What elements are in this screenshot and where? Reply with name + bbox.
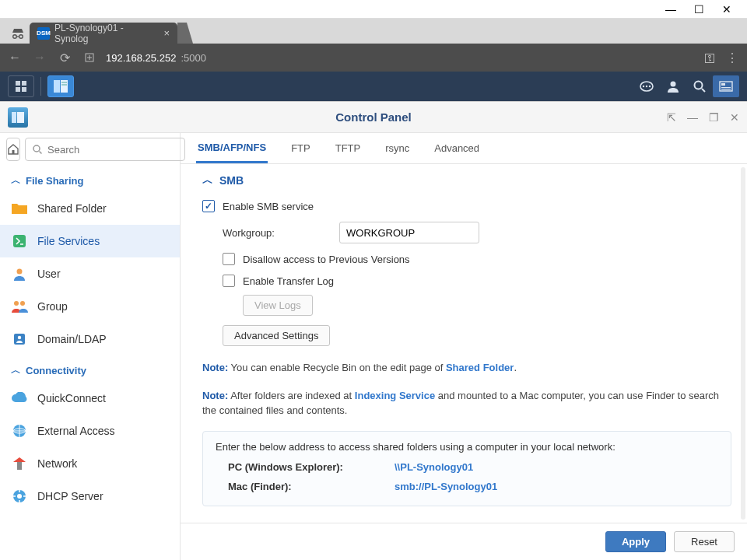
shared-folder-link[interactable]: Shared Folder [446,362,514,373]
user-icon [11,265,28,282]
svg-point-24 [33,145,40,152]
user-icon[interactable] [660,75,686,97]
svg-point-28 [20,301,25,306]
dsm-menubar [0,72,747,101]
search-field[interactable] [25,138,185,161]
sidebar-item-label: Network [37,457,77,470]
sidebar-item-external-access[interactable]: External Access [0,415,180,447]
search-input[interactable] [47,144,178,156]
checkbox-disallow-prev[interactable] [223,253,235,265]
svg-rect-19 [721,87,731,88]
tab-close-icon[interactable]: × [163,27,170,39]
svg-rect-18 [721,83,725,86]
window-title: Control Panel [0,110,747,124]
saved-password-icon[interactable]: ⚿ [704,51,716,65]
os-titlebar: — ☐ ✕ [0,0,747,19]
infobox-value: \\PL-Synology01 [395,461,473,473]
os-minimize-button[interactable]: — [657,0,685,19]
tab-smb-afp-nfs[interactable]: SMB/AFP/NFS [196,134,268,163]
widgets-icon[interactable] [713,75,739,97]
enable-smb-checkbox-row[interactable]: Enable SMB service [202,195,731,217]
tab-advanced[interactable]: Advanced [433,135,481,162]
taskbar-control-panel[interactable] [47,75,74,97]
file-services-icon [11,233,28,250]
sidebar-item-dhcp-server[interactable]: DHCP Server [0,480,180,513]
tab-rsync[interactable]: rsync [384,135,411,162]
svg-point-35 [17,494,22,499]
section-heading: SMB [219,174,244,187]
dsm-main-menu-button[interactable] [8,75,34,97]
browser-menu-button[interactable]: ⋮ [724,51,741,65]
os-close-button[interactable]: ✕ [713,0,741,19]
svg-rect-22 [17,112,24,123]
window-maximize-icon[interactable]: ❐ [709,111,719,124]
search-icon [32,144,43,155]
back-button[interactable]: ← [6,51,23,65]
checkbox-label: Enable Transfer Log [243,275,334,287]
svg-point-26 [17,269,23,275]
note-text: You can enable Recycle Bin on the edit p… [231,362,446,373]
browser-tab-strip: DSM PL-Synology01 - Synolog × [0,19,747,44]
reload-button[interactable]: ⟳ [56,51,73,65]
checkbox-label: Enable SMB service [223,201,314,212]
note-indexing: Note: After folders are indexed at Index… [202,382,731,425]
site-info-icon[interactable] [81,52,98,63]
note-text: After folders are indexed at [230,390,355,401]
sidebar-item-quickconnect[interactable]: QuickConnect [0,382,180,415]
section-afp-header[interactable]: ﹀ AFP [202,511,731,523]
window-minimize-icon[interactable]: — [687,111,698,124]
section-connectivity[interactable]: ︿ Connectivity [0,355,180,382]
sidebar-item-file-services[interactable]: File Services [0,225,180,257]
view-logs-button[interactable]: View Logs [243,295,313,316]
window-pin-icon[interactable]: ⇱ [667,111,676,124]
infobox-key: Mac (Finder): [216,481,395,492]
note-label: Note: [202,362,228,373]
apply-button[interactable]: Apply [605,531,666,552]
svg-point-30 [18,336,21,339]
sidebar-item-domain-ldap[interactable]: Domain/LDAP [0,323,180,355]
window-close-icon[interactable]: ✕ [730,111,739,124]
sidebar-item-label: Shared Folder [37,202,107,215]
browser-tab[interactable]: DSM PL-Synology01 - Synolog × [30,23,177,44]
note-recycle-bin: Note: You can enable Recycle Bin on the … [202,354,731,382]
search-icon[interactable] [686,75,713,97]
sidebar-item-shared-folder[interactable]: Shared Folder [0,192,180,225]
access-address-infobox: Enter the below address to access shared… [202,431,731,506]
svg-rect-9 [61,82,67,83]
checkbox-transfer-log[interactable] [223,275,235,287]
workgroup-input[interactable] [339,222,479,243]
checkbox-enable-smb[interactable] [202,200,215,212]
os-maximize-button[interactable]: ☐ [685,0,713,19]
reset-button[interactable]: Reset [674,531,735,552]
sidebar-item-group[interactable]: Group [0,290,180,323]
indexing-service-link[interactable]: Indexing Service [355,390,435,401]
sidebar-item-label: DHCP Server [37,490,103,502]
sidebar-item-user[interactable]: User [0,257,180,290]
svg-rect-20 [721,89,731,90]
svg-point-0 [13,34,17,38]
chevron-up-icon: ︿ [11,173,21,187]
home-button[interactable] [6,138,20,161]
domain-icon [11,331,28,348]
tab-tftp[interactable]: TFTP [334,135,363,162]
section-file-sharing[interactable]: ︿ File Sharing [0,166,180,192]
sidebar-item-network[interactable]: Network [0,447,180,480]
tab-title: PL-Synology01 - Synolog [54,23,159,44]
incognito-icon [6,23,30,44]
tab-ftp[interactable]: FTP [289,135,312,162]
section-smb-header[interactable]: ︿ SMB [202,164,731,195]
notifications-icon[interactable] [633,75,660,97]
field-label: Workgroup: [223,227,324,239]
address-bar[interactable]: 192.168.25.252:5000 ⚿ [106,51,716,65]
advanced-settings-button[interactable]: Advanced Settings [223,325,330,346]
scrollbar[interactable] [741,167,745,520]
quickconnect-icon [11,390,28,407]
infobox-intro: Enter the below address to access shared… [216,441,718,457]
infobox-value: smb://PL-Synology01 [395,481,497,492]
enable-transfer-log-row[interactable]: Enable Transfer Log [202,270,731,292]
svg-point-1 [19,34,23,38]
window-titlebar[interactable]: Control Panel ⇱ — ❐ ✕ [0,102,747,133]
forward-button[interactable]: → [31,51,48,65]
disallow-prev-versions-row[interactable]: Disallow access to Previous Versions [202,248,731,270]
checkbox-label: Disallow access to Previous Versions [243,254,410,265]
